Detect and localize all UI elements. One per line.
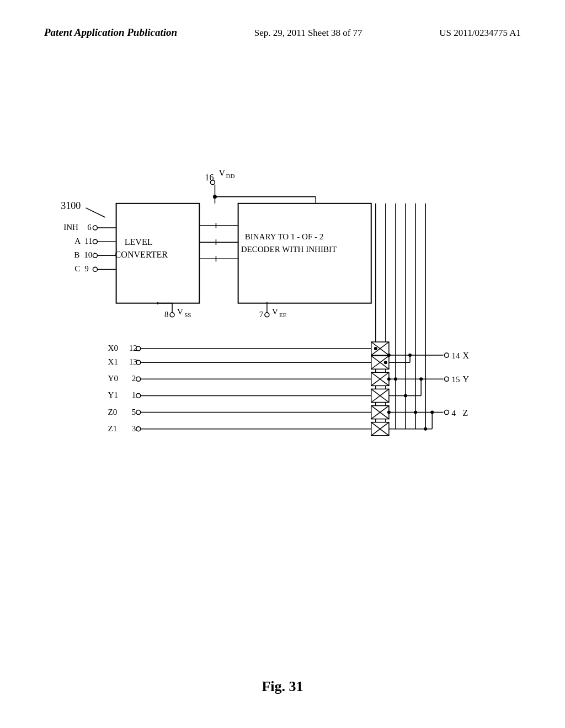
decoder-line1: BINARY TO 1 - OF - 2	[245, 232, 324, 241]
x-output-label: X	[463, 351, 470, 360]
pin8-label: 8	[164, 310, 169, 319]
decoder-line2: DECODER WITH INHIBIT	[241, 245, 337, 254]
z0-label: Z0	[108, 408, 118, 416]
svg-point-38	[136, 410, 141, 415]
y1-label: Y1	[108, 390, 118, 399]
b-label: B	[74, 250, 79, 259]
svg-point-88	[414, 411, 417, 414]
svg-point-16	[93, 239, 97, 244]
a-label: A	[74, 237, 81, 245]
svg-point-40	[136, 427, 141, 431]
vss-text: V	[177, 307, 183, 316]
svg-line-0	[86, 208, 105, 217]
z1-label: Z1	[108, 424, 118, 433]
level-converter-line1: LEVEL	[125, 237, 153, 247]
y-output-label: Y	[463, 374, 470, 384]
svg-point-79	[444, 410, 449, 415]
pin7-label: 7	[259, 310, 264, 319]
pin1-label: 1	[132, 390, 136, 399]
svg-point-34	[136, 377, 141, 381]
pin11-label: 11	[84, 237, 93, 245]
pin10-label: 10	[84, 250, 92, 259]
publication-title: Patent Application Publication	[44, 26, 177, 39]
pin5-label: 5	[132, 408, 136, 416]
figure-label: Fig. 31	[0, 678, 565, 695]
pin15-label: 15	[451, 375, 460, 384]
date-sheet: Sep. 29, 2011 Sheet 38 of 77	[254, 28, 363, 39]
svg-point-87	[404, 394, 407, 397]
inh-label: INH	[63, 223, 78, 232]
pin2-label: 2	[132, 374, 136, 383]
svg-point-89	[424, 427, 427, 431]
x1-label: X1	[108, 357, 118, 366]
pin14-label: 14	[451, 351, 460, 360]
vss-subscript: SS	[184, 312, 191, 318]
x0-label: X0	[108, 344, 118, 352]
svg-point-36	[136, 393, 141, 398]
svg-point-83	[430, 411, 434, 414]
z-output-label: Z	[463, 408, 468, 417]
svg-point-77	[419, 377, 423, 381]
patent-number: US 2011/0234775 A1	[439, 28, 521, 39]
vee-subscript: EE	[279, 312, 287, 318]
page: Patent Application Publication Sep. 29, …	[0, 0, 565, 728]
svg-point-22	[170, 313, 174, 317]
vdd-subscript: DD	[226, 173, 235, 179]
pin3-label: 3	[132, 424, 136, 433]
header: Patent Application Publication Sep. 29, …	[0, 26, 565, 39]
pin4-label: 4	[451, 409, 456, 417]
c-label: C	[74, 264, 80, 273]
circuit-svg: 3100 16 V DD LEVEL CONVERTER BINARY TO 1…	[44, 154, 521, 529]
svg-point-14	[93, 226, 97, 230]
svg-point-71	[408, 354, 412, 357]
vdd-text: V	[218, 168, 225, 178]
svg-point-27	[265, 313, 269, 317]
svg-point-74	[387, 377, 391, 381]
svg-point-85	[384, 361, 387, 364]
vee-text: V	[272, 307, 278, 316]
svg-point-20	[93, 267, 97, 271]
y0-label: Y0	[108, 374, 118, 383]
svg-point-86	[394, 377, 397, 381]
level-converter-line2: CONVERTER	[115, 250, 168, 259]
svg-point-73	[444, 377, 449, 381]
pin9-label: 9	[84, 264, 89, 273]
svg-point-68	[387, 354, 391, 357]
ref-label: 3100	[61, 200, 81, 211]
svg-point-67	[444, 353, 449, 357]
pin6-label: 6	[87, 223, 92, 232]
svg-point-18	[93, 253, 97, 258]
circuit-diagram: 3100 16 V DD LEVEL CONVERTER BINARY TO 1…	[44, 154, 521, 529]
svg-point-80	[387, 411, 391, 414]
svg-point-84	[374, 347, 377, 350]
